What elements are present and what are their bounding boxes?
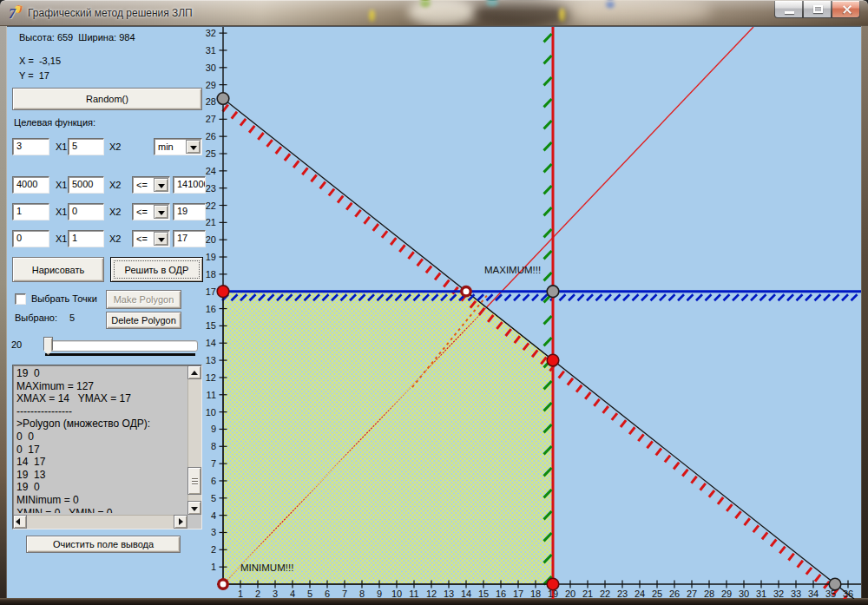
- slider-underline: [45, 353, 195, 356]
- svg-text:25: 25: [206, 148, 216, 159]
- clear-output-button[interactable]: Очистить поле вывода: [26, 536, 181, 553]
- scroll-down-button[interactable]: [187, 501, 201, 515]
- svg-text:28: 28: [704, 589, 714, 599]
- titlebar-glass-blob: [564, 0, 712, 27]
- svg-text:17: 17: [206, 286, 216, 297]
- svg-text:11: 11: [409, 589, 418, 599]
- constraint3-op-select[interactable]: <=: [132, 230, 170, 247]
- title-bar: 7 Графический метод решения ЗЛП: [0, 0, 868, 26]
- svg-text:3: 3: [273, 589, 278, 599]
- svg-text:8: 8: [211, 441, 216, 451]
- svg-text:31: 31: [206, 45, 216, 56]
- selected-count: 5: [69, 312, 75, 323]
- scroll-up-button[interactable]: [187, 365, 201, 379]
- svg-text:1: 1: [211, 562, 216, 572]
- constraint2-a-input[interactable]: 1: [12, 203, 49, 220]
- arrow-right-icon: [179, 518, 183, 525]
- slider-track[interactable]: [48, 340, 198, 352]
- svg-text:18: 18: [530, 589, 541, 599]
- minimize-icon: [785, 11, 794, 14]
- objective-function-label: Целевая функция:: [14, 117, 95, 128]
- svg-text:MINIMUM!!!: MINIMUM!!!: [240, 562, 293, 573]
- svg-text:13: 13: [444, 589, 454, 599]
- svg-text:32: 32: [206, 28, 216, 38]
- constraint2-rhs-input[interactable]: 19: [173, 203, 206, 220]
- draw-button[interactable]: Нарисовать: [12, 257, 104, 282]
- titlebar-glass-blob: [486, 0, 498, 6]
- app-icon: 7: [7, 6, 23, 22]
- delete-polygon-button[interactable]: Delete Polygon: [106, 312, 181, 329]
- solve-in-odr-button[interactable]: Решить в ОДР: [110, 257, 203, 282]
- svg-text:33: 33: [791, 589, 801, 599]
- svg-text:10: 10: [206, 407, 216, 418]
- maximize-icon: [813, 5, 823, 13]
- arrow-up-icon: [191, 371, 198, 375]
- svg-text:28: 28: [206, 96, 216, 107]
- client-area: 1234567891011121314151617181920212223242…: [7, 26, 861, 598]
- svg-text:31: 31: [756, 589, 766, 599]
- svg-text:16: 16: [496, 589, 506, 599]
- maximize-button[interactable]: [803, 1, 832, 18]
- svg-text:14: 14: [206, 338, 216, 348]
- arrow-left-icon: [16, 518, 20, 525]
- svg-text:24: 24: [635, 589, 645, 599]
- select-points-checkbox[interactable]: [15, 293, 26, 305]
- objective-c2-input[interactable]: 5: [68, 138, 104, 155]
- min-max-select[interactable]: min: [154, 138, 202, 155]
- svg-text:36: 36: [843, 589, 853, 599]
- svg-text:16: 16: [206, 304, 216, 314]
- titlebar-glass-blob: [559, 8, 565, 22]
- constraint3-a-input[interactable]: 0: [12, 230, 49, 247]
- svg-text:2: 2: [211, 544, 216, 555]
- vertical-scrollbar[interactable]: [187, 365, 201, 515]
- svg-text:26: 26: [669, 589, 680, 599]
- svg-text:15: 15: [206, 320, 216, 331]
- chevron-down-icon[interactable]: [154, 178, 168, 192]
- svg-text:23: 23: [617, 589, 628, 599]
- scroll-left-button[interactable]: [13, 515, 27, 529]
- svg-text:20: 20: [206, 234, 216, 245]
- constraint1-a-input[interactable]: 4000: [12, 176, 49, 194]
- horizontal-scrollbar[interactable]: [13, 515, 187, 529]
- focus-rect: [114, 260, 200, 279]
- svg-text:17: 17: [513, 589, 523, 599]
- svg-text:32: 32: [773, 589, 784, 599]
- output-memo[interactable]: 19 0 MAXimum = 127 XMAX = 14 YMAX = 17 -…: [12, 365, 202, 529]
- constraint2-op-select[interactable]: <=: [132, 203, 170, 220]
- constraint1-rhs-input[interactable]: 141000: [173, 176, 206, 194]
- svg-text:4: 4: [290, 589, 295, 599]
- constraint2-b-input[interactable]: 0: [68, 203, 104, 220]
- vertical-scrollbar-thumb[interactable]: [187, 467, 201, 495]
- svg-text:14: 14: [461, 589, 471, 599]
- cursor-x-label: X = -3,15: [19, 56, 61, 66]
- svg-text:19: 19: [206, 252, 216, 262]
- svg-text:30: 30: [206, 62, 216, 73]
- svg-text:27: 27: [687, 589, 697, 599]
- chevron-down-icon[interactable]: [154, 232, 168, 246]
- selected-label: Выбрано:: [15, 312, 57, 323]
- constraint1-op-select[interactable]: <=: [132, 176, 170, 194]
- make-polygon-button: Make Polygon: [106, 290, 181, 309]
- titlebar-glass-blob: [369, 10, 375, 22]
- random-button[interactable]: Random(): [12, 88, 202, 110]
- close-button[interactable]: [832, 1, 860, 18]
- app-window: 7 Графический метод решения ЗЛП 12345678…: [0, 0, 868, 605]
- constraint3-b-input[interactable]: 1: [68, 230, 104, 247]
- canvas-size-label: Высота: 659 Ширина: 984: [19, 32, 135, 43]
- svg-text:26: 26: [206, 131, 216, 141]
- arrow-down-icon: [191, 507, 198, 511]
- svg-text:21: 21: [206, 217, 216, 227]
- chevron-down-icon[interactable]: [186, 140, 201, 154]
- scroll-right-button[interactable]: [174, 515, 187, 529]
- svg-text:22: 22: [206, 201, 216, 211]
- svg-text:20: 20: [565, 589, 575, 599]
- minimize-button[interactable]: [774, 1, 803, 18]
- titlebar-glass-blob: [408, 0, 477, 27]
- constraint3-rhs-input[interactable]: 17: [173, 230, 206, 247]
- chevron-down-icon[interactable]: [154, 205, 168, 219]
- objective-c1-input[interactable]: 3: [12, 138, 49, 155]
- constraint1-b-input[interactable]: 5000: [68, 176, 104, 194]
- svg-text:15: 15: [478, 589, 489, 599]
- svg-text:10: 10: [391, 589, 402, 599]
- svg-text:9: 9: [211, 424, 216, 434]
